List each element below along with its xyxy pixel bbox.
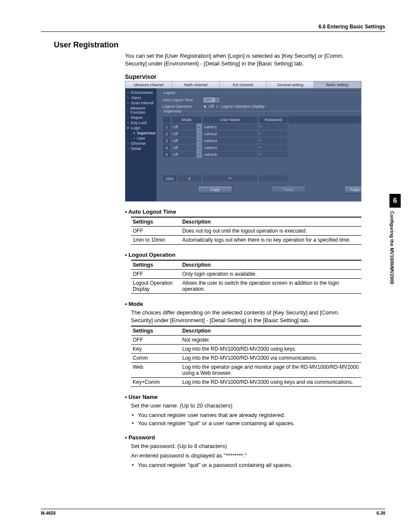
- copy-button[interactable]: Copy: [198, 186, 232, 193]
- cell-mode-select[interactable]: Off: [171, 131, 202, 137]
- user-name-bullets: You cannot register user names that are …: [131, 411, 361, 428]
- sidebar-item-label: Measure Function: [131, 106, 156, 115]
- cell-num: 3: [162, 137, 171, 144]
- chapter-name: Configuring the MV1000/MV2000: [389, 208, 395, 337]
- cell: OFF: [131, 336, 181, 345]
- logout-op-radio-display[interactable]: [215, 105, 219, 109]
- section-user-name: User Name Set the user name. (Up to 20 c…: [125, 394, 361, 427]
- config-tab[interactable]: Measure channel: [125, 81, 172, 88]
- cell-user[interactable]: Admin1: [202, 124, 258, 131]
- chevron-down-icon: [196, 144, 202, 151]
- sidebar-item[interactable]: Environment: [126, 90, 156, 95]
- bottom-row: 1001 ⇕ **: [162, 175, 361, 182]
- paste-button[interactable]: Paste: [271, 186, 305, 193]
- supervisor-rows: 1OffAdmin1*2OffAdmin2*3OffAdmin3*4OffAdm…: [162, 124, 361, 158]
- cell-pass[interactable]: *: [258, 137, 288, 144]
- footer-left: M-4659: [41, 511, 56, 516]
- radio-icon: [126, 109, 129, 112]
- copy-details-button[interactable]: Copy Details: [344, 186, 361, 193]
- supervisor-group-label: Supervisor: [162, 109, 184, 113]
- header-section: 6.6 Entering Basic Settings: [41, 24, 385, 31]
- logout-op-display-text: Logout Operation Display: [221, 104, 265, 109]
- cell-mode-select[interactable]: Off: [171, 137, 202, 144]
- sidebar-item[interactable]: Serial: [126, 146, 156, 151]
- sidebar-item-label: Scan Interval: [131, 101, 154, 105]
- arrows-icon[interactable]: ⇕: [177, 175, 202, 182]
- user-name-title: User Name: [125, 394, 361, 400]
- cell: 1min to 10min: [131, 236, 181, 245]
- radio-icon: [126, 147, 130, 150]
- mode-title: Mode: [125, 301, 361, 307]
- cell: Allows the user to switch the operation …: [181, 279, 361, 294]
- chevron-down-icon: [196, 151, 202, 158]
- radio-icon: [126, 116, 130, 119]
- list-item: You cannot register "quit" or a password…: [131, 461, 361, 470]
- sidebar-item[interactable]: Login: [126, 125, 156, 131]
- logout-op-radio-off[interactable]: [203, 105, 207, 109]
- cell-pass[interactable]: *: [258, 151, 288, 158]
- chevron-down-icon: [196, 137, 202, 144]
- cell: OFF: [131, 270, 181, 279]
- cell-user[interactable]: Admin4: [202, 144, 258, 151]
- auto-logout-select[interactable]: OFF: [203, 97, 220, 103]
- cell: Key: [131, 345, 181, 354]
- password-title: Password: [125, 434, 361, 441]
- config-main: Logout Auto Logout Time OFF Logout Opera…: [156, 88, 361, 201]
- bottom-num: 1001: [162, 175, 177, 182]
- cell-mode-select[interactable]: Off: [171, 151, 202, 158]
- chapter-tab: 6 Configuring the MV1000/MV2000: [389, 194, 401, 345]
- radio-icon: [126, 91, 130, 94]
- cell: Only login operation is available.: [181, 270, 361, 279]
- app-screenshot: Measure channelMath channelExt channelGe…: [125, 81, 361, 202]
- logout-group-label: Logout: [162, 90, 177, 95]
- sidebar-item-label: Login: [131, 126, 140, 130]
- sidebar-item[interactable]: Report: [126, 115, 156, 120]
- th-settings: Settings: [131, 217, 181, 227]
- cell-user[interactable]: Admin3: [202, 137, 258, 144]
- config-tab[interactable]: Ext channel: [220, 81, 267, 88]
- chevron-down-icon: [196, 124, 202, 130]
- mode-table: SettingsDescription OFFNot register. Key…: [131, 326, 361, 387]
- sidebar-item[interactable]: Ethernet: [126, 141, 156, 146]
- logout-op-table: SettingsDescription OFFOnly login operat…: [131, 260, 361, 294]
- cell-mode-select[interactable]: Off: [171, 144, 202, 151]
- sidebar-item[interactable]: Measure Function: [126, 106, 156, 115]
- config-tabs: Measure channelMath channelExt channelGe…: [125, 81, 361, 88]
- cell-num: 5: [162, 151, 171, 158]
- config-tab[interactable]: General setting: [267, 81, 314, 88]
- radio-icon: [126, 121, 130, 124]
- config-tab[interactable]: Math channel: [172, 81, 219, 88]
- cell: Automatically logs out when there is no …: [181, 236, 361, 245]
- password-para1: Set the password. (Up to 8 characters): [131, 442, 361, 450]
- radio-icon: [132, 137, 136, 140]
- cell-pass[interactable]: *: [258, 144, 288, 151]
- logout-op-label: Logout Operation: [162, 104, 201, 109]
- cell-pass[interactable]: *: [258, 124, 288, 131]
- supervisor-group: Supervisor Mode User Name Password 1OffA…: [159, 111, 361, 193]
- password-bullets: You cannot register "quit" or a password…: [131, 461, 361, 470]
- cell: Does not log out until the logout operat…: [181, 227, 361, 236]
- sidebar-item[interactable]: User: [126, 136, 156, 141]
- radio-icon: [126, 101, 130, 105]
- sidebar-item-label: User: [137, 136, 145, 140]
- sidebar-item[interactable]: Key Lock: [126, 120, 156, 125]
- radio-icon: [126, 142, 130, 145]
- cell-pass[interactable]: *: [258, 131, 288, 137]
- config-tab[interactable]: Basic setting: [314, 81, 361, 88]
- logout-op-title: Logout Operation: [125, 252, 361, 258]
- footer-right: 6-39: [377, 511, 385, 516]
- sidebar-item[interactable]: Supervisor: [126, 131, 156, 136]
- cell-user[interactable]: Admin5: [202, 151, 258, 158]
- cell: Key+Comm: [131, 378, 181, 387]
- list-item: You cannot register "quit" or a user nam…: [131, 420, 361, 428]
- cell-mode-select[interactable]: Off: [171, 124, 202, 131]
- intro-text: You can set the [User Registration] when…: [125, 52, 361, 67]
- sidebar-item-label: Report: [131, 115, 143, 120]
- cell: Logout Operation Display: [131, 279, 181, 294]
- list-item: You cannot register user names that are …: [131, 411, 361, 420]
- sidebar-item-label: Ethernet: [131, 141, 146, 146]
- cell-num: 2: [162, 131, 171, 137]
- cell-user[interactable]: Admin2: [202, 131, 258, 137]
- sidebar-item[interactable]: Scan Interval: [126, 100, 156, 106]
- sidebar-item[interactable]: Alarm: [126, 95, 156, 100]
